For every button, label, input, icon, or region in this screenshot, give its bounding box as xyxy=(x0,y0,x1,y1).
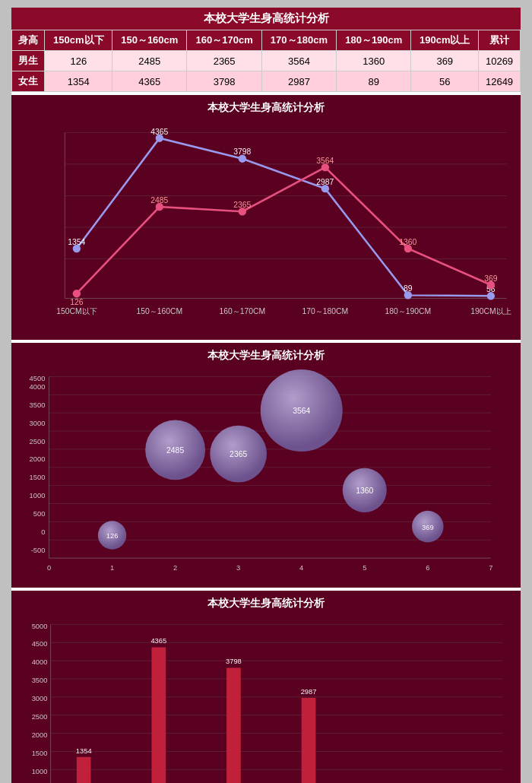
bubble-chart-title: 本校大学生身高统计分析 xyxy=(17,349,515,363)
svg-text:1500: 1500 xyxy=(30,474,46,481)
bubble-chart-container: 4500 4000 3500 3000 2500 2000 1500 1000 … xyxy=(17,369,515,582)
male-val-4: 3564 xyxy=(261,51,336,71)
col-header-total: 累计 xyxy=(479,30,521,51)
female-val-2: 4365 xyxy=(112,71,187,92)
svg-text:4000: 4000 xyxy=(32,658,48,666)
male-val-6: 369 xyxy=(411,51,479,71)
svg-text:3798: 3798 xyxy=(233,147,251,156)
col-header-2: 150～160cm xyxy=(112,30,187,51)
svg-text:126: 126 xyxy=(106,532,119,540)
svg-text:2: 2 xyxy=(173,564,177,572)
svg-text:2485: 2485 xyxy=(150,196,168,204)
svg-text:4: 4 xyxy=(299,564,303,572)
svg-text:1360: 1360 xyxy=(356,487,373,495)
female-val-3: 3798 xyxy=(187,71,261,92)
svg-text:2000: 2000 xyxy=(32,731,48,739)
svg-text:190CM以上: 190CM以上 xyxy=(470,307,511,315)
svg-text:150～160CM: 150～160CM xyxy=(136,307,182,315)
svg-text:3564: 3564 xyxy=(293,407,310,415)
svg-text:500: 500 xyxy=(33,510,46,518)
svg-text:150CM以下: 150CM以下 xyxy=(56,307,97,315)
male-val-1: 126 xyxy=(45,51,112,71)
data-table: 身高 150cm以下 150～160cm 160～170cm 170～180cm… xyxy=(11,30,521,92)
svg-text:4365: 4365 xyxy=(150,128,168,136)
svg-text:2485: 2485 xyxy=(166,446,184,455)
svg-text:369: 369 xyxy=(422,524,434,531)
svg-text:1354: 1354 xyxy=(68,238,85,246)
row-label-male: 男生 xyxy=(12,51,45,71)
svg-text:180～190CM: 180～190CM xyxy=(385,307,431,315)
svg-text:6: 6 xyxy=(426,564,429,572)
line-chart-container: 150CM以下 150～160CM 160～170CM 170～180CM 18… xyxy=(17,121,515,334)
female-total: 12649 xyxy=(479,71,521,92)
svg-text:4000: 4000 xyxy=(30,383,46,391)
svg-text:89: 89 xyxy=(404,284,413,293)
svg-text:2365: 2365 xyxy=(233,201,251,209)
svg-text:3798: 3798 xyxy=(226,658,242,665)
svg-rect-113 xyxy=(226,667,241,783)
male-val-3: 2365 xyxy=(187,51,261,71)
col-header-6: 190cm以上 xyxy=(411,30,479,51)
svg-text:2987: 2987 xyxy=(316,178,334,186)
male-val-2: 2485 xyxy=(112,51,187,71)
svg-text:2987: 2987 xyxy=(301,688,317,696)
svg-text:170～180CM: 170～180CM xyxy=(302,307,348,315)
svg-text:2365: 2365 xyxy=(230,450,247,458)
svg-text:126: 126 xyxy=(70,298,84,306)
svg-text:4500: 4500 xyxy=(30,375,46,382)
svg-text:2000: 2000 xyxy=(30,455,46,463)
svg-point-25 xyxy=(73,290,81,297)
svg-text:1: 1 xyxy=(110,564,114,572)
bar-chart-title: 本校大学生身高统计分析 xyxy=(17,597,515,610)
col-header-4: 170～180cm xyxy=(261,30,336,51)
svg-rect-115 xyxy=(302,698,316,783)
svg-rect-111 xyxy=(151,647,166,783)
svg-text:1354: 1354 xyxy=(76,747,92,755)
male-total: 10269 xyxy=(479,51,521,71)
svg-text:3000: 3000 xyxy=(32,695,48,702)
bar-chart-container: 5000 4500 4000 3500 3000 2500 2000 1500 … xyxy=(17,617,515,783)
svg-text:5000: 5000 xyxy=(32,623,48,630)
svg-text:3: 3 xyxy=(236,564,240,572)
table-section: 本校大学生身高统计分析 身高 150cm以下 150～160cm 160～170… xyxy=(11,8,521,92)
female-val-1: 1354 xyxy=(45,71,112,92)
table-title: 本校大学生身高统计分析 xyxy=(11,8,521,30)
bubble-chart-section: 本校大学生身高统计分析 4500 4000 3500 3000 2500 200… xyxy=(11,343,521,588)
svg-text:2500: 2500 xyxy=(32,713,48,721)
svg-rect-109 xyxy=(77,757,91,783)
col-header-label: 身高 xyxy=(12,30,45,51)
svg-text:3000: 3000 xyxy=(30,420,46,427)
line-chart-svg: 150CM以下 150～160CM 160～170CM 170～180CM 18… xyxy=(17,121,515,334)
svg-text:-500: -500 xyxy=(31,547,46,554)
svg-text:369: 369 xyxy=(484,274,498,283)
svg-text:160～170CM: 160～170CM xyxy=(219,307,265,315)
svg-text:1360: 1360 xyxy=(399,238,416,246)
col-header-3: 160～170cm xyxy=(187,30,261,51)
svg-text:1500: 1500 xyxy=(32,750,48,757)
svg-text:0: 0 xyxy=(47,564,51,572)
svg-text:1000: 1000 xyxy=(30,492,46,499)
female-val-5: 89 xyxy=(337,71,411,92)
col-header-5: 180～190cm xyxy=(337,30,411,51)
main-container: 本校大学生身高统计分析 身高 150cm以下 150～160cm 160～170… xyxy=(11,8,521,783)
line-chart-section: 本校大学生身高统计分析 150CM以下 150～160CM 160～170CM … xyxy=(11,95,521,340)
svg-text:7: 7 xyxy=(489,564,492,572)
bar-chart-section: 本校大学生身高统计分析 5000 4500 4000 3500 3000 250… xyxy=(11,591,521,783)
male-val-5: 1360 xyxy=(337,51,411,71)
female-val-6: 56 xyxy=(411,71,479,92)
row-label-female: 女生 xyxy=(12,71,45,92)
line-chart-title: 本校大学生身高统计分析 xyxy=(17,101,515,115)
svg-text:4500: 4500 xyxy=(32,640,48,648)
svg-text:5: 5 xyxy=(363,564,366,572)
svg-text:3500: 3500 xyxy=(32,677,48,684)
svg-text:2500: 2500 xyxy=(30,438,46,445)
svg-text:0: 0 xyxy=(41,528,45,536)
bar-chart-svg: 5000 4500 4000 3500 3000 2500 2000 1500 … xyxy=(17,617,515,783)
col-header-1: 150cm以下 xyxy=(45,30,112,51)
svg-text:3564: 3564 xyxy=(316,157,334,165)
female-val-4: 2987 xyxy=(261,71,336,92)
svg-text:4365: 4365 xyxy=(150,637,166,645)
bubble-chart-svg: 4500 4000 3500 3000 2500 2000 1500 1000 … xyxy=(17,369,515,582)
svg-text:1000: 1000 xyxy=(32,768,48,775)
table-row-female: 女生 1354 4365 3798 2987 89 56 12649 xyxy=(12,71,521,92)
